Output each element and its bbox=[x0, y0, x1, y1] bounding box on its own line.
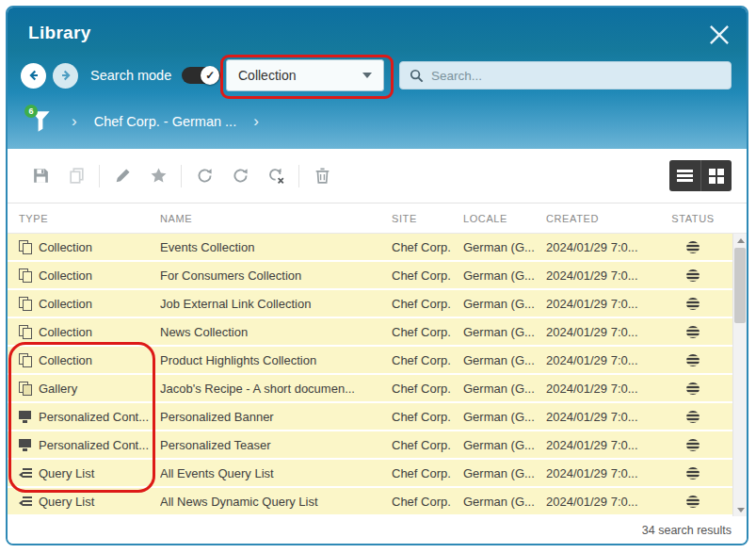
table-row[interactable]: Collection Product Highlights Collection… bbox=[8, 347, 732, 375]
list-view-icon bbox=[677, 170, 693, 182]
column-header-type[interactable]: TYPE bbox=[8, 213, 160, 224]
view-switcher bbox=[669, 160, 732, 191]
type-cell: Collection bbox=[8, 297, 160, 311]
site-cell: Chef Corp. bbox=[392, 325, 463, 339]
table-row[interactable]: Personalized Cont... Personalized Banner… bbox=[8, 403, 732, 431]
content-type-icon bbox=[19, 240, 32, 253]
grid-view-button[interactable] bbox=[700, 160, 732, 191]
table-body: Collection Events Collection Chef Corp. … bbox=[8, 234, 747, 516]
created-cell: 2024/01/29 7:0... bbox=[546, 466, 667, 480]
scroll-down-arrow-icon[interactable] bbox=[733, 503, 748, 516]
column-header-created[interactable]: CREATED bbox=[546, 213, 667, 224]
breadcrumb-chevron: › bbox=[253, 112, 259, 131]
created-cell: 2024/01/29 7:0... bbox=[546, 240, 667, 254]
table-row[interactable]: Collection News Collection Chef Corp. Ge… bbox=[8, 318, 732, 347]
search-mode-toggle[interactable]: ✓ bbox=[182, 67, 220, 84]
copy-button[interactable] bbox=[58, 160, 94, 192]
scrollbar-thumb[interactable] bbox=[734, 248, 746, 323]
breadcrumb: 6 › Chef Corp. - German ... › bbox=[8, 98, 747, 145]
table-row[interactable]: Collection Job External Link Collection … bbox=[8, 290, 732, 318]
status-cell bbox=[667, 269, 719, 282]
name-cell: Product Highlights Collection bbox=[160, 353, 392, 367]
favorite-button[interactable] bbox=[140, 160, 176, 192]
type-label: Collection bbox=[39, 240, 92, 254]
column-header-name[interactable]: NAME bbox=[160, 213, 392, 224]
filter-count-badge: 6 bbox=[24, 105, 38, 118]
locale-cell: German (G... bbox=[463, 495, 546, 509]
library-window: Library Search mode ✓ Collection bbox=[6, 6, 748, 545]
delete-button[interactable] bbox=[304, 160, 340, 192]
created-cell: 2024/01/29 7:0... bbox=[546, 410, 667, 424]
withdraw-button[interactable] bbox=[258, 160, 294, 192]
locale-cell: German (G... bbox=[463, 438, 546, 452]
type-cell: Collection bbox=[8, 240, 160, 254]
name-cell: Job External Link Collection bbox=[160, 297, 392, 311]
publication-status-icon bbox=[686, 269, 700, 282]
table-row[interactable]: Query List All News Dynamic Query List C… bbox=[8, 488, 732, 516]
locale-cell: German (G... bbox=[463, 240, 546, 254]
type-label: Query List bbox=[39, 495, 94, 509]
grid-view-icon bbox=[709, 169, 724, 184]
site-cell: Chef Corp. bbox=[392, 297, 463, 311]
content-type-icon bbox=[19, 325, 32, 338]
created-cell: 2024/01/29 7:0... bbox=[546, 268, 667, 283]
search-mode-label: Search mode bbox=[90, 68, 171, 83]
created-cell: 2024/01/29 7:0... bbox=[546, 297, 667, 311]
type-cell: Collection bbox=[8, 325, 160, 339]
table-row[interactable]: Query List All Events Query List Chef Co… bbox=[8, 460, 732, 488]
locale-cell: German (G... bbox=[463, 466, 546, 480]
results-table: Collection Events Collection Chef Corp. … bbox=[8, 234, 747, 516]
publish-button[interactable] bbox=[222, 160, 258, 192]
type-label: Collection bbox=[39, 268, 92, 283]
list-view-button[interactable] bbox=[669, 160, 700, 191]
search-box bbox=[399, 61, 732, 89]
scroll-up-arrow-icon[interactable] bbox=[733, 234, 748, 247]
name-cell: Jacob's Recipe - A short documen... bbox=[160, 382, 392, 396]
breadcrumb-path[interactable]: Chef Corp. - German ... bbox=[94, 114, 237, 129]
vertical-scrollbar[interactable] bbox=[732, 234, 747, 516]
forward-button[interactable] bbox=[53, 63, 78, 89]
column-header-site[interactable]: SITE bbox=[392, 213, 463, 224]
table-row[interactable]: Personalized Cont... Personalized Teaser… bbox=[8, 431, 732, 460]
save-button[interactable] bbox=[23, 160, 58, 192]
table-row[interactable]: Collection Events Collection Chef Corp. … bbox=[8, 234, 732, 262]
site-cell: Chef Corp. bbox=[392, 382, 463, 396]
status-cell bbox=[667, 496, 719, 508]
content-type-icon bbox=[19, 297, 32, 310]
type-filter-value: Collection bbox=[238, 68, 362, 83]
table-row[interactable]: Gallery Jacob's Recipe - A short documen… bbox=[8, 375, 732, 403]
name-cell: All Events Query List bbox=[160, 466, 392, 480]
type-label: Collection bbox=[39, 297, 92, 311]
content-type-icon bbox=[19, 353, 32, 366]
content-type-icon bbox=[19, 410, 32, 423]
type-cell: Personalized Cont... bbox=[8, 438, 160, 452]
publication-status-icon bbox=[686, 467, 700, 480]
type-cell: Gallery bbox=[8, 382, 160, 396]
search-input[interactable] bbox=[431, 69, 722, 83]
page-title: Library bbox=[28, 23, 91, 43]
status-cell bbox=[667, 298, 719, 310]
edit-button[interactable] bbox=[105, 160, 140, 192]
status-cell bbox=[667, 241, 719, 253]
publication-status-icon bbox=[686, 411, 700, 423]
back-button[interactable] bbox=[21, 63, 46, 89]
created-cell: 2024/01/29 7:0... bbox=[546, 382, 667, 396]
approve-button[interactable] bbox=[186, 160, 222, 192]
filter-funnel-icon[interactable]: 6 bbox=[30, 110, 51, 133]
status-cell bbox=[667, 439, 719, 451]
type-cell: Collection bbox=[8, 353, 160, 367]
column-header-status[interactable]: STATUS bbox=[667, 213, 719, 224]
name-cell: For Consumers Collection bbox=[160, 268, 392, 283]
type-filter-dropdown[interactable]: Collection bbox=[226, 59, 384, 91]
status-cell bbox=[667, 411, 719, 423]
status-cell bbox=[667, 382, 719, 395]
site-cell: Chef Corp. bbox=[392, 438, 463, 452]
close-icon[interactable] bbox=[707, 23, 732, 47]
toggle-check-icon: ✓ bbox=[201, 66, 219, 85]
publication-status-icon bbox=[686, 439, 700, 451]
site-cell: Chef Corp. bbox=[392, 240, 463, 254]
locale-cell: German (G... bbox=[463, 297, 546, 311]
toolbar-separator bbox=[99, 165, 100, 187]
column-header-locale[interactable]: LOCALE bbox=[463, 213, 546, 224]
table-row[interactable]: Collection For Consumers Collection Chef… bbox=[8, 262, 732, 290]
